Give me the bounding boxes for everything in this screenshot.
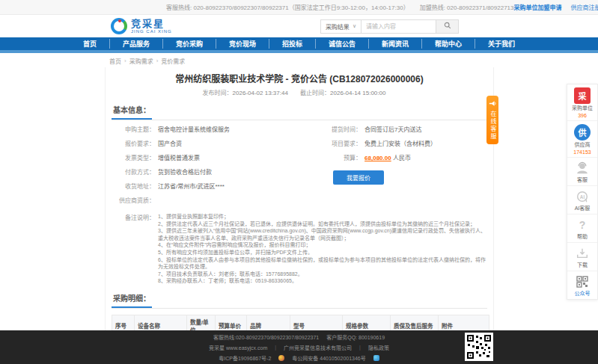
deadline-value: 2026-04-14 15:00:00	[330, 90, 385, 96]
nav-item-tenders[interactable]: 招投标	[269, 39, 315, 49]
sidebar-item-purchasers[interactable]: 采 采购单位 396	[567, 84, 597, 121]
footer-separator: |	[359, 345, 361, 350]
remark-line: 6、投标单位的法定代表人由参与本项目的其他投标单位缴纳社保的，或投标单位为参与本…	[158, 256, 487, 271]
info-label: 项目要求：	[318, 141, 361, 148]
breadcrumb: 首页 › 采购需求 › 竞价需求	[0, 53, 598, 67]
purchase-detail-title: 采购明细：	[112, 292, 152, 308]
logo-cn-text: 竞采星	[131, 19, 172, 28]
online-service-ribbon[interactable]: 在线客服	[486, 96, 498, 144]
search-icon	[444, 21, 451, 31]
footer-icp-link[interactable]: 粤ICP备19096867号-2	[219, 354, 271, 362]
info-label: 供应商资质：	[112, 197, 155, 205]
publish-time-value: 2026-04-02 13:37:44	[233, 90, 288, 96]
remark-line: 3、提供近三年未被列入“信用中国”网站(www.creditchina.gov.…	[158, 227, 487, 241]
sidebar-item-customer-service[interactable]: 客服	[567, 158, 597, 186]
footer-police-link[interactable]: 粤公网安备 44010502001346号	[292, 354, 365, 362]
nav-item-products[interactable]: 产品服务	[109, 39, 162, 49]
nav-item-integrity[interactable]: 诚信公告	[315, 39, 368, 49]
purchaser-count: 396	[578, 113, 587, 118]
svg-text:AI: AI	[580, 194, 585, 200]
purchaser-join-link[interactable]: 采购单位加盟申请	[514, 3, 562, 11]
sidebar-item-help[interactable]: ? 帮助	[567, 215, 597, 243]
info-row-invoice: 发票类型： 增值税普通发票	[112, 155, 318, 162]
info-label: 发票类型：	[112, 155, 155, 162]
budget-currency: 人民币	[393, 155, 411, 161]
sidebar-item-label: 采购单位	[572, 105, 593, 111]
nav-item-help[interactable]: 帮助中心	[421, 39, 475, 49]
footer-privacy-link[interactable]: 隐私政策	[368, 344, 389, 351]
nav-item-home[interactable]: 首页	[70, 39, 109, 49]
online-service-label: 在线客服	[487, 111, 498, 141]
nav-item-news[interactable]: 新闻资讯	[368, 39, 421, 49]
info-value: 免费上门安装（含材料费）	[364, 141, 436, 148]
supplier-register-link[interactable]: 供应商注册	[571, 3, 598, 11]
breadcrumb-bid-demand[interactable]: 竞价需求	[161, 57, 185, 65]
deadline-label: 截止时间：	[300, 90, 330, 96]
logo-swirl-icon	[111, 18, 127, 34]
footer-company: 广州竞采星信息技术有限公司	[284, 344, 352, 351]
chevron-down-icon: ∨	[353, 23, 356, 29]
sidebar-item-label: 帮助	[577, 234, 588, 240]
notice-content: 常州纺织服装职业技术学院 - 竞价公告 (CB128072026000006) …	[105, 67, 494, 364]
quote-button[interactable]: 我要报价	[333, 170, 384, 185]
sidebar-item-label: 客服	[577, 177, 588, 183]
info-value: 宿舍电控计量系统维保服务	[158, 126, 230, 134]
remarks-block: 备注说明： 1、提供营业执照副本复印件； 2、提供法定代表人近三个月社保记录，若…	[112, 213, 487, 285]
info-label: 报价要求：	[112, 141, 155, 148]
breadcrumb-home[interactable]: 首页	[109, 57, 121, 65]
national-emblem-icon	[278, 355, 284, 361]
logo-en-text: JING CAI XING	[131, 29, 172, 34]
info-value: 增值税普通发票	[158, 155, 200, 162]
breadcrumb-purchase-demand[interactable]: 采购需求	[129, 57, 153, 65]
search-bar: 采购结果 ∨	[320, 19, 459, 34]
remark-line: 1、提供营业执照副本复印件；	[158, 213, 487, 220]
sidebar-item-download[interactable]: 下载	[567, 243, 597, 271]
service-hotline-text: 客服热线: 020-80922370/80922307/80922371（国家法…	[166, 3, 409, 11]
sidebar-item-label: 公众号	[575, 291, 591, 297]
info-label: 提货时间：	[318, 126, 361, 134]
page-footer: 客服热线:020-80922370/80922307/80922371 客户服务…	[0, 330, 598, 364]
supplier-badge-icon: 供	[574, 124, 591, 141]
info-value: 货到验收合格后付款	[158, 169, 212, 176]
nav-item-about[interactable]: 关于我们	[475, 39, 528, 49]
remark-line: 2、提供法定代表人近三个月社保记录，若已退休，应提供退休证明。如有委托代理人，须…	[158, 220, 487, 228]
site-logo[interactable]: 竞采星 JING CAI XING	[111, 18, 172, 34]
ai-service-icon: AI	[575, 189, 590, 204]
floating-sidebar: 采 采购单位 396 供 供应商 174153 客服 AI AI客服 ? 帮助 …	[567, 84, 598, 300]
budget-amount: 68,080.00	[364, 155, 391, 161]
footer-brand-link[interactable]: 竞采星 www.easyjcx.com	[209, 344, 267, 351]
basic-info-grid: 申购主题： 宿舍电控计量系统维保服务 报价要求： 国产合资 发票类型： 增值税普…	[112, 126, 487, 212]
search-input[interactable]	[361, 19, 436, 34]
breadcrumb-separator: ›	[124, 58, 126, 64]
sidebar-item-label: AI客服	[575, 206, 591, 212]
question-icon: ?	[575, 218, 590, 232]
nav-item-bidding-live[interactable]: 竞价现场	[216, 39, 269, 49]
info-row-quote-req: 报价要求： 国产合资	[112, 141, 318, 148]
sidebar-item-label: 供应商	[575, 142, 591, 148]
info-row-qualification: 供应商资质：	[112, 197, 318, 205]
publish-time-label: 发布时间：	[203, 90, 233, 96]
notice-times: 发布时间：2026-04-02 13:37:44 截止时间：2026-04-14…	[112, 88, 487, 96]
sidebar-item-suppliers[interactable]: 供 供应商 174153	[567, 121, 597, 158]
purchaser-badge-icon: 采	[574, 87, 591, 104]
nav-item-bidding-purchase[interactable]: 竞价采购	[162, 39, 216, 49]
remark-line: 5、所有响应文件均须加盖投标单位公章，并扫描为PDF文件上传。	[158, 249, 487, 256]
search-category-value: 采购结果	[326, 22, 350, 31]
top-utility-bar: 客服热线: 020-80922370/80922307/80922371（国家法…	[0, 0, 598, 15]
footer-separator: |	[275, 345, 276, 350]
main-nav: 首页 产品服务 竞价采购 竞价现场 招投标 诚信公告 新闻资讯 帮助中心 关于我…	[0, 37, 598, 50]
info-row-delivery: 提货时间： 合同签订后7天内送达	[318, 126, 487, 134]
sidebar-item-ai-service[interactable]: AI AI客服	[567, 186, 597, 215]
join-hotline-text: 加盟热线: 020-80922371/80922713	[420, 3, 514, 11]
remark-line: 8、采购经办联系人：丁老师；联系电话：0519-86336065。	[158, 277, 487, 285]
search-button[interactable]	[436, 19, 459, 34]
search-category-select[interactable]: 采购结果 ∨	[320, 19, 361, 34]
qr-code-icon	[575, 274, 590, 289]
info-row-address: 收货地址： 江苏省/常州市/武进区****	[112, 183, 318, 191]
sidebar-item-wechat[interactable]: 公众号	[567, 271, 597, 299]
purchase-detail-section-header: 采购明细：	[112, 292, 487, 309]
basic-info-section-header: 基本信息：	[112, 104, 487, 120]
info-value: 国产合资	[158, 141, 182, 148]
customer-service-icon	[575, 161, 590, 176]
footer-hotline: 客服热线:020-80922370/80922307/80922371	[213, 333, 319, 341]
